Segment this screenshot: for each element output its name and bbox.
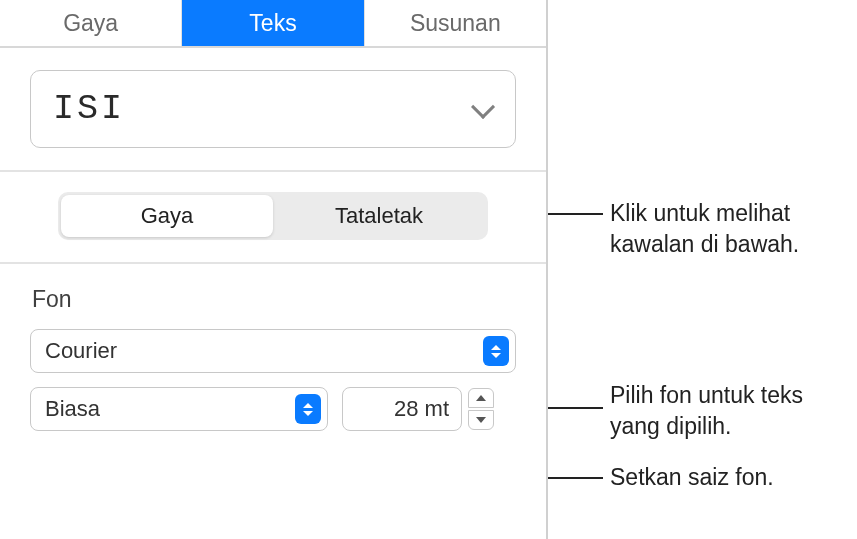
tab-teks[interactable]: Teks — [182, 0, 364, 46]
font-weight-select[interactable]: Biasa — [30, 387, 328, 431]
paragraph-style-select[interactable]: ISI — [30, 70, 516, 148]
chevron-down-icon — [471, 102, 493, 116]
font-size-field[interactable]: 28 mt — [342, 387, 462, 431]
tab-susunan[interactable]: Susunan — [365, 0, 546, 46]
top-tabs: Gaya Teks Susunan — [0, 0, 546, 48]
callout-tataletak: Klik untuk melihat kawalan di bawah. — [610, 198, 857, 260]
font-size-group: 28 mt — [342, 387, 494, 431]
font-size-value: 28 mt — [394, 396, 449, 422]
updown-icon — [483, 336, 509, 366]
callout-lines — [548, 0, 857, 539]
updown-icon — [295, 394, 321, 424]
font-family-select[interactable]: Courier — [30, 329, 516, 373]
font-bottom-row: Biasa 28 mt — [30, 387, 516, 431]
font-family-value: Courier — [45, 338, 117, 364]
chevron-down-icon — [476, 417, 486, 423]
font-family-row: Courier — [30, 329, 516, 373]
subtab-row: Gaya Tataletak — [30, 192, 516, 240]
callouts: Klik untuk melihat kawalan di bawah. Pil… — [548, 0, 857, 539]
stepper-down-button[interactable] — [468, 410, 494, 430]
tab-gaya[interactable]: Gaya — [0, 0, 182, 46]
chevron-up-icon — [476, 395, 486, 401]
callout-font-family: Pilih fon untuk teks yang dipilih. — [610, 380, 857, 442]
divider — [0, 262, 546, 264]
stepper-up-button[interactable] — [468, 388, 494, 408]
font-size-stepper — [468, 388, 494, 430]
format-panel: Gaya Teks Susunan ISI Gaya Tataletak Fon… — [0, 0, 548, 539]
font-weight-value: Biasa — [45, 396, 100, 422]
subtab-gaya[interactable]: Gaya — [61, 195, 273, 237]
paragraph-style-value: ISI — [53, 89, 125, 129]
panel-content: ISI Gaya Tataletak Fon Courier Biasa — [0, 48, 546, 431]
font-section-label: Fon — [32, 286, 516, 313]
subtab-segmented: Gaya Tataletak — [58, 192, 488, 240]
subtab-tataletak[interactable]: Tataletak — [273, 195, 485, 237]
divider — [0, 170, 546, 172]
callout-font-size: Setkan saiz fon. — [610, 462, 774, 493]
